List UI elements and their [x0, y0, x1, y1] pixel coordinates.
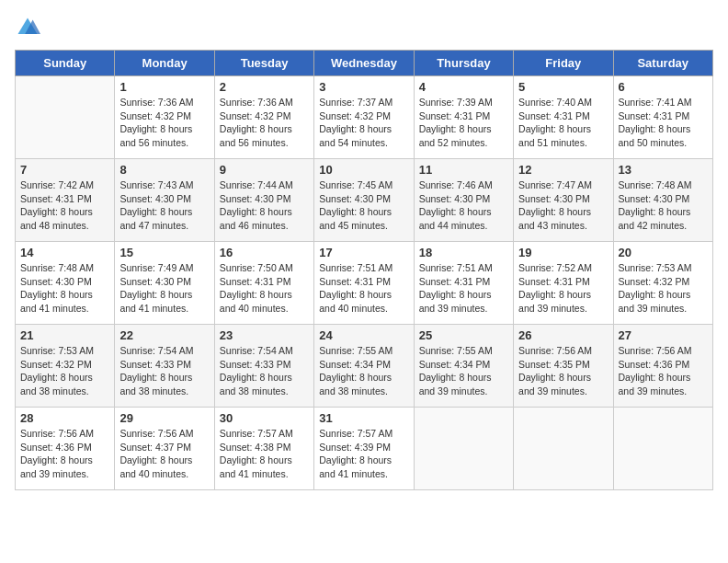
week-row-1: 1Sunrise: 7:36 AMSunset: 4:32 PMDaylight… — [16, 76, 713, 159]
day-info: Sunrise: 7:47 AMSunset: 4:30 PMDaylight:… — [518, 178, 608, 233]
day-info: Sunrise: 7:40 AMSunset: 4:31 PMDaylight:… — [518, 96, 608, 150]
day-info: Sunrise: 7:54 AMSunset: 4:33 PMDaylight:… — [220, 344, 309, 398]
calendar-cell: 11Sunrise: 7:46 AMSunset: 4:30 PMDayligh… — [414, 159, 513, 242]
day-number: 10 — [319, 163, 408, 177]
day-info: Sunrise: 7:43 AMSunset: 4:30 PMDaylight:… — [119, 178, 209, 233]
day-info: Sunrise: 7:51 AMSunset: 4:31 PMDaylight:… — [419, 261, 508, 316]
day-number: 13 — [619, 163, 708, 177]
calendar-cell: 8Sunrise: 7:43 AMSunset: 4:30 PMDaylight… — [115, 159, 214, 242]
day-info: Sunrise: 7:36 AMSunset: 4:32 PMDaylight:… — [119, 96, 209, 150]
day-info: Sunrise: 7:54 AMSunset: 4:33 PMDaylight:… — [119, 344, 209, 398]
day-number: 15 — [119, 246, 209, 259]
day-info: Sunrise: 7:49 AMSunset: 4:30 PMDaylight:… — [119, 261, 209, 316]
day-info: Sunrise: 7:55 AMSunset: 4:34 PMDaylight:… — [419, 344, 508, 398]
weekday-header-friday: Friday — [514, 51, 613, 76]
header — [15, 15, 713, 40]
calendar-cell: 13Sunrise: 7:48 AMSunset: 4:30 PMDayligh… — [613, 159, 712, 242]
day-number: 21 — [20, 328, 109, 342]
day-number: 24 — [319, 328, 408, 342]
weekday-header-thursday: Thursday — [414, 51, 513, 76]
day-info: Sunrise: 7:45 AMSunset: 4:30 PMDaylight:… — [319, 178, 408, 233]
day-number: 20 — [619, 246, 708, 259]
day-number: 28 — [20, 411, 109, 425]
day-info: Sunrise: 7:53 AMSunset: 4:32 PMDaylight:… — [20, 344, 109, 398]
calendar-cell: 14Sunrise: 7:48 AMSunset: 4:30 PMDayligh… — [16, 242, 115, 325]
day-info: Sunrise: 7:44 AMSunset: 4:30 PMDaylight:… — [220, 178, 309, 233]
day-number: 6 — [619, 80, 708, 94]
weekday-header-sunday: Sunday — [16, 51, 115, 76]
calendar-cell: 6Sunrise: 7:41 AMSunset: 4:31 PMDaylight… — [613, 76, 712, 159]
week-row-4: 21Sunrise: 7:53 AMSunset: 4:32 PMDayligh… — [16, 325, 713, 408]
day-number: 31 — [319, 411, 408, 425]
day-number: 25 — [419, 328, 508, 342]
week-row-3: 14Sunrise: 7:48 AMSunset: 4:30 PMDayligh… — [16, 242, 713, 325]
calendar-cell: 10Sunrise: 7:45 AMSunset: 4:30 PMDayligh… — [314, 159, 414, 242]
day-number: 4 — [419, 80, 508, 94]
day-info: Sunrise: 7:46 AMSunset: 4:30 PMDaylight:… — [419, 178, 508, 233]
calendar-cell — [514, 408, 613, 490]
day-number: 16 — [220, 246, 309, 259]
day-number: 18 — [419, 246, 508, 259]
calendar-cell: 5Sunrise: 7:40 AMSunset: 4:31 PMDaylight… — [514, 76, 613, 159]
calendar-cell — [414, 408, 513, 490]
calendar: SundayMondayTuesdayWednesdayThursdayFrid… — [15, 50, 713, 490]
logo — [15, 15, 44, 40]
day-info: Sunrise: 7:57 AMSunset: 4:39 PMDaylight:… — [319, 427, 408, 481]
day-info: Sunrise: 7:56 AMSunset: 4:36 PMDaylight:… — [20, 427, 109, 481]
day-info: Sunrise: 7:56 AMSunset: 4:36 PMDaylight:… — [619, 344, 708, 398]
calendar-cell: 28Sunrise: 7:56 AMSunset: 4:36 PMDayligh… — [16, 408, 115, 490]
calendar-cell: 23Sunrise: 7:54 AMSunset: 4:33 PMDayligh… — [214, 325, 313, 408]
calendar-cell: 31Sunrise: 7:57 AMSunset: 4:39 PMDayligh… — [314, 408, 414, 490]
calendar-cell: 19Sunrise: 7:52 AMSunset: 4:31 PMDayligh… — [514, 242, 613, 325]
day-info: Sunrise: 7:55 AMSunset: 4:34 PMDaylight:… — [319, 344, 408, 398]
day-number: 1 — [119, 80, 209, 94]
calendar-cell: 12Sunrise: 7:47 AMSunset: 4:30 PMDayligh… — [514, 159, 613, 242]
calendar-cell: 27Sunrise: 7:56 AMSunset: 4:36 PMDayligh… — [613, 325, 712, 408]
calendar-cell: 26Sunrise: 7:56 AMSunset: 4:35 PMDayligh… — [514, 325, 613, 408]
day-number: 19 — [518, 246, 608, 259]
week-row-2: 7Sunrise: 7:42 AMSunset: 4:31 PMDaylight… — [16, 159, 713, 242]
day-info: Sunrise: 7:48 AMSunset: 4:30 PMDaylight:… — [20, 261, 109, 316]
calendar-cell: 17Sunrise: 7:51 AMSunset: 4:31 PMDayligh… — [314, 242, 414, 325]
weekday-header-monday: Monday — [115, 51, 214, 76]
logo-icon — [15, 15, 40, 40]
calendar-cell: 20Sunrise: 7:53 AMSunset: 4:32 PMDayligh… — [613, 242, 712, 325]
calendar-cell: 24Sunrise: 7:55 AMSunset: 4:34 PMDayligh… — [314, 325, 414, 408]
calendar-cell: 4Sunrise: 7:39 AMSunset: 4:31 PMDaylight… — [414, 76, 513, 159]
day-number: 30 — [220, 411, 309, 425]
calendar-cell — [613, 408, 712, 490]
calendar-cell: 9Sunrise: 7:44 AMSunset: 4:30 PMDaylight… — [214, 159, 313, 242]
day-info: Sunrise: 7:53 AMSunset: 4:32 PMDaylight:… — [619, 261, 708, 316]
week-row-5: 28Sunrise: 7:56 AMSunset: 4:36 PMDayligh… — [16, 408, 713, 490]
day-number: 29 — [119, 411, 209, 425]
weekday-header-tuesday: Tuesday — [214, 51, 313, 76]
calendar-cell: 22Sunrise: 7:54 AMSunset: 4:33 PMDayligh… — [115, 325, 214, 408]
calendar-cell: 16Sunrise: 7:50 AMSunset: 4:31 PMDayligh… — [214, 242, 313, 325]
day-number: 23 — [220, 328, 309, 342]
day-info: Sunrise: 7:57 AMSunset: 4:38 PMDaylight:… — [220, 427, 309, 481]
day-info: Sunrise: 7:50 AMSunset: 4:31 PMDaylight:… — [220, 261, 309, 316]
day-number: 26 — [518, 328, 608, 342]
calendar-cell: 7Sunrise: 7:42 AMSunset: 4:31 PMDaylight… — [16, 159, 115, 242]
day-info: Sunrise: 7:37 AMSunset: 4:32 PMDaylight:… — [319, 96, 408, 150]
day-info: Sunrise: 7:48 AMSunset: 4:30 PMDaylight:… — [619, 178, 708, 233]
day-number: 14 — [20, 246, 109, 259]
calendar-cell: 25Sunrise: 7:55 AMSunset: 4:34 PMDayligh… — [414, 325, 513, 408]
day-number: 8 — [119, 163, 209, 177]
day-info: Sunrise: 7:56 AMSunset: 4:37 PMDaylight:… — [119, 427, 209, 481]
day-info: Sunrise: 7:39 AMSunset: 4:31 PMDaylight:… — [419, 96, 508, 150]
day-number: 22 — [119, 328, 209, 342]
day-number: 27 — [619, 328, 708, 342]
day-number: 3 — [319, 80, 408, 94]
day-number: 2 — [220, 80, 309, 94]
calendar-cell — [16, 76, 115, 159]
calendar-cell: 29Sunrise: 7:56 AMSunset: 4:37 PMDayligh… — [115, 408, 214, 490]
calendar-cell: 21Sunrise: 7:53 AMSunset: 4:32 PMDayligh… — [16, 325, 115, 408]
day-number: 7 — [20, 163, 109, 177]
day-number: 5 — [518, 80, 608, 94]
calendar-cell: 18Sunrise: 7:51 AMSunset: 4:31 PMDayligh… — [414, 242, 513, 325]
weekday-header-wednesday: Wednesday — [314, 51, 414, 76]
day-number: 12 — [518, 163, 608, 177]
calendar-cell: 1Sunrise: 7:36 AMSunset: 4:32 PMDaylight… — [115, 76, 214, 159]
day-number: 11 — [419, 163, 508, 177]
